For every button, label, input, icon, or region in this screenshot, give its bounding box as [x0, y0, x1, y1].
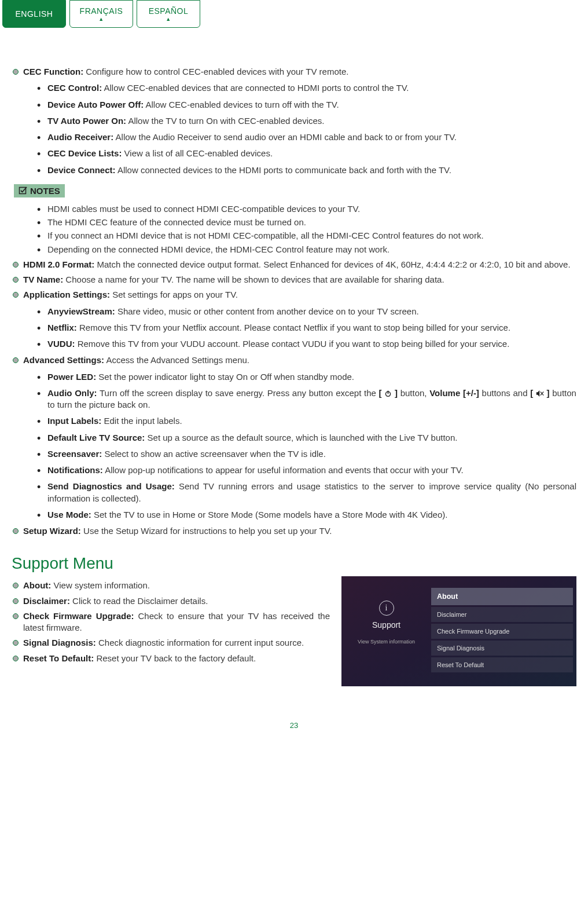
item-use-mode: Use Mode: Set the TV to use in Home or S… [37, 509, 576, 521]
item-audio-only: Audio Only: Turn off the screen display … [37, 387, 576, 411]
item-notifications: Notifications: Allow pop-up notification… [37, 464, 576, 476]
item-check-firmware: Check Firmware Upgrade: Check to ensure … [12, 610, 330, 634]
item-application-settings: Application Settings: Set settings for a… [12, 289, 576, 350]
item-send-diagnostics: Send Diagnostics and Usage: Send TV runn… [37, 481, 576, 504]
item-screensaver: Screensaver: Select to show an active sc… [37, 448, 576, 460]
tab-english[interactable]: ENGLISH [2, 0, 66, 28]
tab-label: ENGLISH [16, 9, 53, 19]
note-item: Depending on the connected HDMI device, … [37, 244, 576, 255]
notes-label: NOTES [30, 186, 60, 196]
item-about: About: View system information. [12, 580, 330, 591]
item-setup-wizard: Setup Wizard: Use the Setup Wizard for i… [12, 525, 576, 537]
menu-item-signal[interactable]: Signal Diagnosis [431, 641, 573, 656]
support-panel-sidebar: i Support View System information [341, 588, 431, 686]
item-input-labels: Input Labels: Edit the input labels. [37, 415, 576, 427]
label: CEC Function: [23, 67, 83, 76]
page-number: 23 [12, 721, 576, 730]
chevron-up-icon: ▲ [166, 17, 171, 22]
item-anyviewstream: AnyviewStream: Share video, music or oth… [37, 306, 576, 317]
item-cec-control: CEC Control: Allow CEC-enabled devices t… [37, 82, 576, 94]
item-vudu: VUDU: Remove this TV from your VUDU acco… [37, 338, 576, 350]
page-content: CEC Function: Configure how to control C… [0, 28, 588, 730]
item-cec-function: CEC Function: Configure how to control C… [12, 66, 576, 176]
menu-item-reset[interactable]: Reset To Default [431, 657, 573, 672]
tab-label: FRANÇAIS [80, 6, 123, 16]
item-device-auto-off: Device Auto Power Off: Allow CEC-enabled… [37, 99, 576, 111]
note-item: If you connect an HDMI device that is no… [37, 230, 576, 242]
power-icon [384, 388, 392, 398]
language-tabs: ENGLISH FRANÇAIS ▲ ESPAÑOL ▲ [0, 0, 588, 28]
item-netflix: Netflix: Remove this TV from your Netfli… [37, 322, 576, 334]
item-device-connect: Device Connect: Allow connected devices … [37, 164, 576, 176]
item-disclaimer: Disclaimer: Click to read the Disclaimer… [12, 595, 330, 607]
support-panel-title: Support [372, 620, 400, 630]
support-panel-screenshot: i Support View System information About … [341, 576, 576, 686]
support-panel-subtitle: View System information [358, 639, 415, 645]
item-default-live-tv: Default Live TV Source: Set up a source … [37, 432, 576, 444]
item-signal-diagnosis: Signal Diagnosis: Check diagnostic infor… [12, 637, 330, 649]
menu-item-disclaimer[interactable]: Disclaimer [431, 607, 573, 622]
tab-espanol[interactable]: ESPAÑOL ▲ [137, 0, 200, 28]
item-audio-receiver: Audio Receiver: Allow the Audio Receiver… [37, 131, 576, 143]
note-item: The HDMI CEC feature of the connected de… [37, 217, 576, 228]
desc: Configure how to control CEC-enabled dev… [86, 67, 348, 76]
support-panel-menu: About Disclaimer Check Firmware Upgrade … [431, 588, 576, 686]
item-tv-name: TV Name: Choose a name for your TV. The … [12, 274, 576, 286]
note-item: HDMI cables must be used to connect HDMI… [37, 203, 576, 215]
item-cec-device-lists: CEC Device Lists: View a list of all CEC… [37, 148, 576, 159]
support-menu-heading: Support Menu [12, 554, 576, 573]
mute-icon [536, 388, 544, 398]
menu-item-firmware[interactable]: Check Firmware Upgrade [431, 624, 573, 639]
svg-rect-0 [20, 188, 26, 194]
checkbox-icon [19, 186, 28, 195]
item-hdmi-format: HDMI 2.0 Format: Match the connected dev… [12, 259, 576, 270]
item-power-led: Power LED: Set the power indicator light… [37, 371, 576, 383]
item-reset-default: Reset To Default: Reset your TV back to … [12, 653, 330, 664]
chevron-up-icon: ▲ [98, 17, 104, 22]
item-tv-auto-on: TV Auto Power On: Allow the TV to turn O… [37, 115, 576, 127]
item-advanced-settings: Advanced Settings: Access the Advanced S… [12, 354, 576, 521]
tab-label: ESPAÑOL [149, 6, 189, 16]
notes-badge: NOTES [14, 184, 65, 197]
tab-francais[interactable]: FRANÇAIS ▲ [69, 0, 133, 28]
menu-item-about[interactable]: About [431, 588, 573, 605]
info-icon: i [379, 601, 394, 616]
